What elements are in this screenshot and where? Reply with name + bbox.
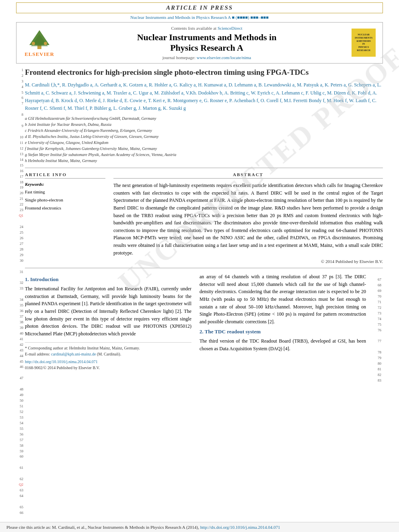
- affiliation-e: e University of Glasgow, Glasgow, United…: [25, 140, 383, 146]
- section1-right-text: an array of 64 channels with a timing re…: [200, 273, 366, 325]
- article-info-box: ARTICLE INFO Keywords: Fast timing Singl…: [25, 172, 105, 264]
- sciencedirect-anchor[interactable]: ScienceDirect: [218, 26, 243, 31]
- divider-1: [25, 168, 383, 168]
- svg-point-3: [32, 42, 35, 45]
- elsevier-label: ELSEVIER: [25, 51, 54, 58]
- journal-homepage: journal homepage: www.elsevier.com/locat…: [64, 55, 350, 60]
- homepage-link[interactable]: www.elsevier.com/locate/nima: [197, 55, 251, 60]
- keyword-3: Frontend electronics: [25, 204, 105, 212]
- abstract-title: ABSTRACT: [113, 172, 383, 179]
- bottom-cite-text: Please cite this article as: M. Cardinal…: [6, 525, 199, 530]
- left-col: 1. Introduction The International Facili…: [25, 273, 191, 384]
- nima-logo-text: NUCLEARINSTRUMENTS&METHODSINPHYSICSRESEA…: [355, 33, 372, 52]
- nima-logo-container: NUCLEARINSTRUMENTS&METHODSINPHYSICSRESEA…: [350, 29, 378, 57]
- elsevier-tree-icon: [25, 28, 53, 50]
- copyright: © 2014 Published by Elsevier B.V.: [113, 259, 383, 264]
- sciencedirect-link: Contents lists available at ScienceDirec…: [64, 26, 350, 31]
- line-numbers-left: 12345 67 8 9 101112 1314151617 181920212…: [16, 64, 25, 516]
- section1-heading: 1. Introduction: [25, 276, 191, 283]
- main-content: 12345 67 8 9 101112 1314151617 181920212…: [16, 64, 383, 516]
- affiliation-h: h Helmholtz Institut Mainz, Mainz, Germa…: [25, 158, 383, 164]
- abstract-section: ABSTRACT The next generation of high-lum…: [113, 172, 383, 264]
- email-link[interactable]: cardinal@kph.uni-mainz.de: [51, 352, 96, 356]
- affiliation-a: a GSI Helmholtzzentrum für Schwerionenfo…: [25, 115, 383, 121]
- svg-point-4: [44, 42, 47, 45]
- issn-line: 0168-9002/© 2014 Published by Elsevier B…: [25, 365, 191, 371]
- journal-center: Contents lists available at ScienceDirec…: [64, 26, 350, 60]
- section2-heading: 2. The TDC readout system: [200, 329, 366, 335]
- affiliations: a GSI Helmholtzzentrum für Schwerionenfo…: [25, 115, 383, 164]
- article-title: Frontend electronics for high-precision …: [25, 68, 383, 78]
- keyword-2: Single photo-electron: [25, 196, 105, 204]
- affiliation-b: b Joint Institute for Nuclear Research, …: [25, 121, 383, 127]
- bottom-bar: Please cite this article as: M. Cardinal…: [0, 522, 399, 532]
- article-in-press-banner: ARTICLE IN PRESS: [16, 2, 383, 13]
- affiliation-c: c Friedrich Alexander-University of Erla…: [25, 127, 383, 134]
- footnote-corresponding: * Corresponding author at: Helmholtz Ins…: [25, 345, 191, 351]
- right-col: an array of 64 channels with a timing re…: [200, 273, 366, 384]
- article-info-title: ARTICLE INFO: [25, 172, 105, 179]
- info-abstract-row: ARTICLE INFO Keywords: Fast timing Singl…: [25, 172, 383, 264]
- divider-2: [25, 268, 383, 268]
- journal-title: Nuclear Instruments and Methods in Physi…: [64, 32, 350, 53]
- affiliation-f: f Institut für Kernphysik, Johannes Gute…: [25, 146, 383, 152]
- line-numbers-right: 6768697071 7273747576 77 78 7980818283: [374, 273, 383, 384]
- doi-footnote: http://dx.doi.org/10.1016/j.nima.2014.04…: [25, 359, 191, 365]
- article-body: Frontend electronics for high-precision …: [25, 64, 383, 516]
- section1-text: The International Facility for Antiproto…: [25, 285, 191, 337]
- journal-header: ELSEVIER Contents lists available at Sci…: [16, 22, 383, 64]
- affiliation-g: g Stefan Meyer Institut für subatomare P…: [25, 152, 383, 158]
- footnote-area: * Corresponding author at: Helmholtz Ins…: [25, 342, 191, 371]
- doi-line: Nuclear Instruments and Methods in Physi…: [0, 15, 399, 20]
- authors: M. Cardinali f,h,*, R. Dzyhgadlo a, A. G…: [25, 81, 383, 112]
- nima-logo: NUCLEARINSTRUMENTS&METHODSINPHYSICSRESEA…: [352, 29, 376, 57]
- keyword-1: Fast timing: [25, 188, 105, 196]
- footnote-email: E-mail address: cardinal@kph.uni-mainz.d…: [25, 351, 191, 357]
- affiliation-d: d II. Physikalisches Institu, Justus Lie…: [25, 134, 383, 140]
- doi-link[interactable]: http://dx.doi.org/10.1016/j.nima.2014.04…: [25, 359, 98, 364]
- elsevier-logo: ELSEVIER: [21, 28, 58, 58]
- section2-text: The third version of the TDC Readout Boa…: [200, 337, 366, 352]
- bottom-cite-link[interactable]: http://dx.doi.org/10.1016/j.nima.2014.04…: [200, 525, 280, 530]
- abstract-text: The next generation of high-luminosity e…: [113, 182, 383, 257]
- keywords-label: Keywords:: [25, 182, 105, 187]
- body-columns: 1. Introduction The International Facili…: [25, 273, 383, 384]
- keywords-list: Fast timing Single photo-electron Fronte…: [25, 188, 105, 212]
